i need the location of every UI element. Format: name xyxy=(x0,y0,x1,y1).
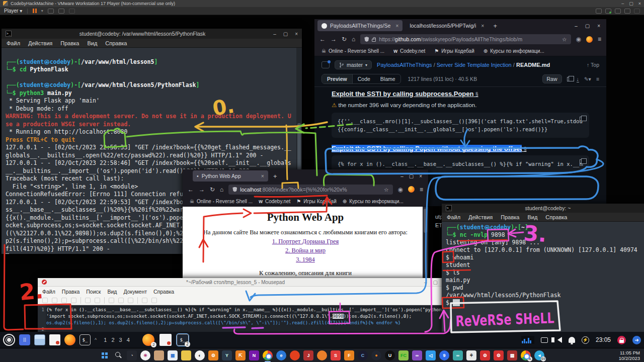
display-tray-icon[interactable] xyxy=(541,337,548,343)
url-bar[interactable]: localhost:8080/index?book={%%20for%20x% … xyxy=(228,185,392,195)
menu-actions[interactable]: Действия xyxy=(28,40,52,46)
calendar-app-icon[interactable]: ▦ xyxy=(168,350,178,360)
cut-icon[interactable] xyxy=(109,298,114,303)
bookmark-courses[interactable]: ⊕Курсы по информаци... xyxy=(343,199,404,204)
search-icon[interactable] xyxy=(113,350,123,360)
windows-clock[interactable]: 11:05 PM 10/2/2023 xyxy=(619,350,640,361)
window-minimize[interactable]: – xyxy=(575,23,578,29)
reload-icon[interactable]: ↻ xyxy=(342,36,347,43)
bookmark-reverse-shell[interactable]: ☠Online - Reverse Shell ... xyxy=(321,48,384,54)
anchor-link-icon[interactable]: § xyxy=(524,146,527,152)
copy-icon[interactable] xyxy=(567,77,572,81)
tab-close-icon[interactable]: × xyxy=(481,23,484,29)
screen-lock-icon[interactable] xyxy=(617,336,626,344)
shutter-app-icon[interactable]: S xyxy=(331,350,341,360)
menu-file[interactable]: Файл xyxy=(447,214,460,220)
device-printer-icon[interactable] xyxy=(634,9,640,14)
window-maximize[interactable]: ▢ xyxy=(585,23,590,29)
file-tree-toggle-icon[interactable] xyxy=(321,61,330,68)
jetbrains-icon[interactable]: J xyxy=(303,350,313,360)
tab-localhost-phptwig[interactable]: localhost/lesson5/PHPTwig/i× xyxy=(406,20,488,31)
bookmark-reverse-shell[interactable]: ☠Online - Reverse Shell ... xyxy=(190,199,253,204)
file-manager-icon[interactable] xyxy=(34,334,45,345)
replace-icon[interactable] xyxy=(151,298,157,303)
running-firefox[interactable]: 2 xyxy=(142,334,154,346)
bookmark-courses[interactable]: ⊕Курсы по информаци... xyxy=(484,48,544,54)
home-icon[interactable]: ⌂ xyxy=(352,36,355,43)
window-maximize[interactable]: ▢ xyxy=(283,31,288,37)
visual-studio-icon[interactable]: ∞ xyxy=(412,350,422,360)
save-as-icon[interactable] xyxy=(71,298,76,303)
bookmark-codeby[interactable]: wCodeby.net xyxy=(393,48,425,54)
send-cad-icon[interactable] xyxy=(48,9,54,14)
telegram-icon[interactable]: ◄69 xyxy=(534,350,544,360)
tab-python-web-app[interactable]: • Python Web App× xyxy=(193,170,268,182)
forward-icon[interactable]: → xyxy=(199,186,205,193)
menu-file[interactable]: Файл xyxy=(42,289,55,295)
firefox-account-icon[interactable] xyxy=(408,186,415,193)
window-close[interactable]: × xyxy=(295,31,298,37)
volume-icon[interactable] xyxy=(554,337,562,343)
raw-button[interactable]: Raw xyxy=(542,74,562,83)
download-icon[interactable]: ↓ xyxy=(577,76,579,82)
menu-help[interactable]: Справка xyxy=(105,40,127,46)
notion-app-icon[interactable]: ◐ xyxy=(195,350,205,360)
terminal-titlebar[interactable]: >_ student@codeby: ~ xyxy=(442,204,644,213)
window-minimize[interactable]: – xyxy=(400,173,404,179)
toolbox-red-icon[interactable]: ▤ xyxy=(507,350,517,360)
vscode-icon[interactable]: ◁ xyxy=(426,350,436,360)
bookmark-star-icon[interactable]: ☆ xyxy=(562,36,567,42)
menu-actions[interactable]: Действия xyxy=(468,214,493,220)
save-icon[interactable] xyxy=(61,298,67,303)
gear-red-icon-2[interactable]: ⚙ xyxy=(494,350,504,360)
menu-help[interactable]: Справка xyxy=(153,289,174,295)
new-tab-button[interactable]: + xyxy=(273,172,277,180)
fullscreen-icon[interactable] xyxy=(58,9,64,14)
terminal-titlebar[interactable]: >_ student@codeby: /var/www/html/lesson5… xyxy=(2,29,302,39)
bookmark-star-icon[interactable]: ☆ xyxy=(384,187,388,193)
tab-close-icon[interactable]: × xyxy=(261,173,264,179)
page-scrollbar[interactable] xyxy=(423,207,428,280)
book-link-2[interactable]: 2. Война и мир xyxy=(183,247,428,254)
tab-code[interactable]: Code xyxy=(353,74,375,83)
tab-payloadsallthethings[interactable]: PayloadsAllTheThings/Se× xyxy=(317,20,403,31)
running-mousepad[interactable] xyxy=(159,334,172,346)
applications-menu-icon[interactable] xyxy=(3,334,15,346)
chrome-profile-icon[interactable]: A xyxy=(521,350,531,360)
chrome-icon-active[interactable] xyxy=(263,350,273,360)
edge-icon[interactable]: e xyxy=(276,350,286,360)
vmware-maximize-button[interactable]: ▢ xyxy=(629,1,633,6)
device-usb-icon[interactable] xyxy=(615,9,621,14)
new-tab-button[interactable]: + xyxy=(493,22,497,30)
player-menu[interactable]: Player ▾ xyxy=(4,8,22,14)
power-manager-icon[interactable]: ⚡ xyxy=(582,336,589,344)
file-explorer-icon[interactable] xyxy=(181,350,191,360)
firefox-launcher-icon[interactable] xyxy=(64,334,75,345)
tab-preview[interactable]: Preview xyxy=(322,74,353,83)
cinema4d-icon[interactable]: C xyxy=(358,350,368,360)
falcon-app-icon[interactable]: ⚘ xyxy=(466,350,476,360)
open-file-icon[interactable] xyxy=(52,298,57,303)
menu-view[interactable]: Вид xyxy=(87,40,97,46)
suspend-button[interactable] xyxy=(33,9,37,13)
workspace-switcher[interactable]: 1 2 3 4 xyxy=(104,337,131,343)
window-minimize[interactable]: – xyxy=(273,31,276,37)
start-button[interactable] xyxy=(100,350,110,360)
device-network-icon[interactable] xyxy=(605,9,611,14)
maps-pin-icon[interactable]: 9 xyxy=(439,350,449,360)
copy-icon[interactable] xyxy=(118,298,124,303)
pocket-icon[interactable]: ◉ xyxy=(398,186,403,193)
window-minimize[interactable]: – xyxy=(424,280,427,285)
new-file-icon[interactable] xyxy=(42,298,48,303)
tab-blame[interactable]: Blame xyxy=(375,74,400,83)
menu-help[interactable]: Справка xyxy=(545,214,567,220)
bookmark-games[interactable]: ⚑Игры Кодебай xyxy=(434,48,474,54)
y-app-icon[interactable]: Y xyxy=(222,350,232,360)
top-link[interactable]: ↑ Top xyxy=(587,62,599,68)
window-close[interactable]: × xyxy=(419,173,422,179)
home-icon[interactable]: ⌂ xyxy=(220,186,223,193)
onenote-icon[interactable]: N xyxy=(249,350,259,360)
find-icon[interactable] xyxy=(142,298,147,303)
menu-file[interactable]: Файл xyxy=(7,40,20,46)
vmware-workstation-icon[interactable]: ⇱ xyxy=(235,350,246,360)
